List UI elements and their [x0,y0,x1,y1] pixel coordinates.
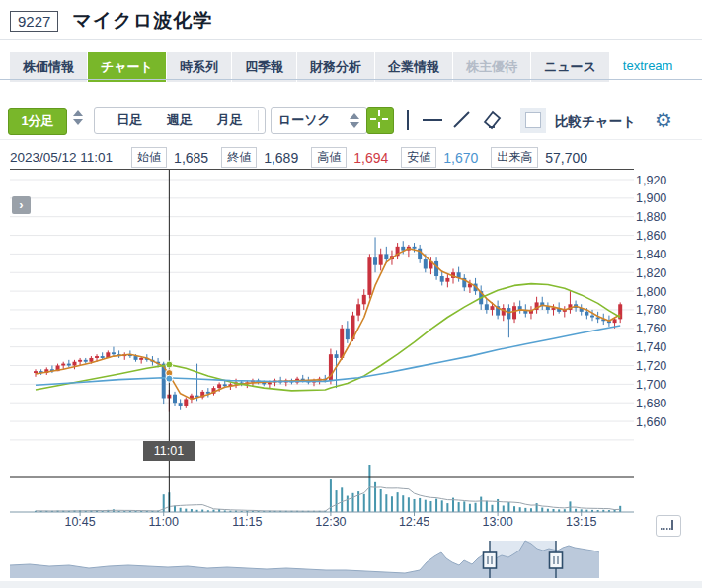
ma-short-dot [166,370,173,377]
x-axis-label: 13:00 [482,515,512,529]
y-axis-label: 1,680 [636,397,666,410]
axis-icon [657,516,678,534]
stock-code: 9227 [10,11,58,32]
y-axis-label: 1,880 [636,210,666,224]
ma-mid-line [36,284,620,391]
y-axis-label: 1,700 [636,378,666,392]
horizontal-line-tool-icon[interactable] [423,119,442,121]
period-option-月足[interactable]: 月足 [217,111,243,129]
info-item-安値: 安値1,670 [401,147,478,168]
info-label: 出来高 [491,147,538,168]
x-axis-label: 11:15 [232,515,262,529]
volume-ma-line [36,487,620,512]
period-selector: 日足週足月足 [94,107,266,134]
info-item-始値: 始値1,685 [131,147,208,168]
price-grid: 1,9201,9001,8801,8601,8401,8201,8001,780… [10,174,666,440]
y-axis-label: 1,740 [636,340,666,354]
chevron-up-icon [73,110,83,116]
page-title: マイクロ波化学 [72,8,212,34]
tab-四季報[interactable]: 四季報 [232,52,296,82]
axis-toggle-button[interactable] [656,515,681,537]
period-option-日足[interactable]: 日足 [117,111,142,129]
vertical-line-tool-icon[interactable] [407,110,409,130]
candles-layer [34,237,622,411]
info-item-出来高: 出来高57,700 [491,147,587,168]
crosshair-icon [367,108,391,131]
y-axis-label: 1,920 [636,174,666,187]
info-item-高値: 高値1,694 [311,147,388,168]
y-axis-label: 1,780 [636,303,666,317]
tab-企業情報[interactable]: 企業情報 [375,52,452,82]
ma-long-line [36,326,620,385]
toolbar-separator [258,110,259,131]
navigator-base-strip [0,581,702,588]
info-item-終値: 終値1,689 [221,147,298,168]
navigator-selection[interactable] [490,541,556,578]
navigator-area[interactable] [10,541,599,578]
chevron-down-icon [350,122,359,128]
y-axis-label: 1,900 [636,191,666,205]
y-axis-label: 1,660 [636,415,666,429]
compare-chart-checkbox[interactable] [520,108,546,133]
ohlc-info-bar: 2023/05/12 11:01 始値1,685終値1,689高値1,694安値… [10,147,587,168]
gear-icon[interactable]: ⚙ [655,109,672,132]
crosshair-time-tooltip: 11:01 [143,441,195,461]
tab-財務分析[interactable]: 財務分析 [297,52,374,82]
toolbar-divider [0,139,702,140]
info-label: 高値 [311,147,347,168]
chart-type-label: ローソク [278,111,331,129]
tab-株価情報[interactable]: 株価情報 [10,52,87,82]
quote-datetime: 2023/05/12 11:01 [10,150,113,165]
info-value: 57,700 [545,150,587,166]
chart-toolbar: 1分足 日足週足月足 ローソク 比較チャート ⚙ [0,104,702,137]
expand-panel-button[interactable]: › [12,196,31,214]
volume-bars [35,465,621,512]
chart-type-select[interactable]: ローソク [271,107,367,134]
navigator-handle-left[interactable] [484,541,497,578]
tab-textream[interactable]: textream [610,52,686,82]
y-axis-label: 1,840 [636,248,666,261]
checkbox-icon [525,112,541,128]
y-axis-label: 1,800 [636,285,666,299]
tab-ニュース[interactable]: ニュース [531,52,609,82]
eraser-icon[interactable] [480,109,504,136]
y-axis-label: 1,820 [636,266,666,280]
chevron-up-icon [350,113,359,119]
interval-button[interactable]: 1分足 [8,108,67,135]
info-label: 始値 [131,147,167,168]
price-chart: 1,9201,9001,8801,8601,8401,8201,8001,780… [0,0,702,588]
period-option-週足[interactable]: 週足 [167,111,193,129]
x-axis-label: 13:15 [566,515,596,529]
info-label: 終値 [221,147,257,168]
y-axis-label: 1,860 [636,229,666,243]
y-axis-label: 1,720 [636,359,666,373]
info-label: 安値 [401,147,436,168]
navigator-handle-right[interactable] [550,541,563,578]
info-value: 1,670 [443,150,478,166]
info-value: 1,685 [174,150,208,166]
y-axis-label: 1,760 [636,322,666,335]
chevron-down-icon [73,119,83,125]
header: 9227 マイクロ波化学 [10,8,212,34]
tab-bar: 株価情報チャート時系列四季報財務分析企業情報株主優待ニュースtextream [10,52,686,82]
tab-時系列[interactable]: 時系列 [167,52,231,82]
ma-long-dot [166,375,173,382]
x-axis-label: 11:00 [149,515,179,529]
compare-chart-label[interactable]: 比較チャート [555,113,636,131]
x-axis-label: 12:45 [399,515,429,529]
tab-株主優待: 株主優待 [453,52,530,82]
crosshair-tool-button[interactable] [366,107,394,134]
x-axis-label: 10:45 [64,515,95,529]
interval-stepper-icon[interactable] [73,110,83,125]
info-value: 1,694 [353,150,388,166]
ma-short-line [36,249,620,400]
x-axis-label: 12:30 [315,515,346,529]
trend-line-tool-icon[interactable] [452,110,472,134]
header-divider [0,39,702,40]
charttype-stepper-icon [350,113,359,128]
tab-チャート[interactable]: チャート [88,52,166,82]
ma-mid-dot [166,361,173,368]
info-value: 1,689 [264,150,298,166]
tab-bar-border [0,79,702,80]
